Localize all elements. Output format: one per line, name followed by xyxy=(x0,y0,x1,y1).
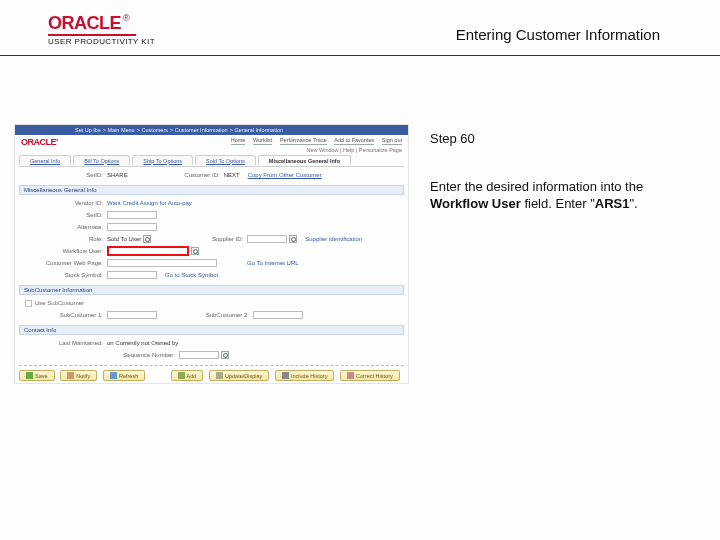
include-history-button[interactable]: Include History xyxy=(275,370,334,381)
registered-mark: ® xyxy=(123,13,130,23)
seq-input[interactable] xyxy=(179,351,219,359)
corrhist-label: Correct History xyxy=(356,373,393,379)
lab-webpage: Customer Web Page: xyxy=(19,260,107,266)
val-lastmaint: on Currently not Owned by xyxy=(107,340,178,346)
lab-custid: Customer ID: xyxy=(136,172,224,178)
lab-lastmaint: Last Maintained: xyxy=(19,340,107,346)
oracle-logo: ORACLE® USER PRODUCTIVITY KIT xyxy=(48,14,155,46)
sub2-input[interactable] xyxy=(253,311,303,319)
tab-misc[interactable]: Miscellaneous General Info xyxy=(258,155,351,165)
tab-billto[interactable]: Bill To Options xyxy=(73,155,130,165)
workflow-user-input[interactable] xyxy=(107,246,189,256)
instr-pre: Enter the desired information into the xyxy=(430,179,643,194)
row-workflow: Workflow User: xyxy=(19,245,404,257)
row-setid2: SetID: xyxy=(19,209,404,221)
webpage-input[interactable] xyxy=(107,259,217,267)
val-custid: NEXT xyxy=(224,172,240,178)
tab-soldto[interactable]: Sold To Options xyxy=(195,155,256,165)
button-divider xyxy=(19,365,404,366)
lab-sub2: SubCustomer 2: xyxy=(165,312,253,318)
oracle-bar xyxy=(48,34,136,36)
inchist-label: Include History xyxy=(291,373,327,379)
lab-vendor: Vendor ID: xyxy=(19,200,107,206)
instruction-column: Step 60 Enter the desired information in… xyxy=(430,130,680,213)
supplier-input[interactable] xyxy=(247,235,287,243)
lab-sequence: Sequence Number: xyxy=(19,352,179,358)
section-subcust: SubCustomer Information xyxy=(19,285,404,295)
supplier-link[interactable]: Supplier identification xyxy=(305,236,362,242)
instr-mid: field. Enter " xyxy=(521,196,595,211)
add-button[interactable]: Add xyxy=(171,370,204,381)
nav-home[interactable]: Home xyxy=(231,137,246,145)
crumb: Customer Information xyxy=(175,127,228,133)
row-vendor: Vendor ID: Want Credit Assign for Auto-p… xyxy=(19,197,404,209)
row-setid: SetID: SHARE Customer ID: NEXT Copy From… xyxy=(19,169,404,181)
crumb: General Information xyxy=(234,127,283,133)
lookup-icon[interactable] xyxy=(191,247,199,255)
nav-worklist[interactable]: Worklist xyxy=(253,137,272,145)
val-vendor: Want Credit Assign for Auto-pay xyxy=(107,200,192,206)
row-usesub: Use SubCustomer xyxy=(19,297,404,309)
tab-underline xyxy=(19,166,404,167)
webpage-link[interactable]: Go To Internet URL xyxy=(247,260,299,266)
nav-fav[interactable]: Add to Favorites xyxy=(334,137,374,145)
tab-strip: General Info Bill To Options Ship To Opt… xyxy=(19,155,353,165)
lab-alt: Alternate: xyxy=(19,224,107,230)
update-button[interactable]: Update/Display xyxy=(209,370,269,381)
embedded-screenshot: Set Up Ibs> Main Menu> Customers> Custom… xyxy=(14,124,409,384)
setid2-input[interactable] xyxy=(107,211,157,219)
lookup-icon[interactable] xyxy=(221,351,229,359)
stock-link[interactable]: Go to Stock Symbol xyxy=(165,272,218,278)
notify-icon xyxy=(67,372,74,379)
lab-supplier: Supplier ID: xyxy=(159,236,247,242)
stock-input[interactable] xyxy=(107,271,157,279)
tab-general[interactable]: General Info xyxy=(19,155,71,165)
nav-perf[interactable]: Performance Trace xyxy=(280,137,327,145)
add-label: Add xyxy=(187,373,197,379)
row-sequence: Sequence Number: xyxy=(19,349,404,361)
breadcrumb: Set Up Ibs> Main Menu> Customers> Custom… xyxy=(75,127,285,133)
correct-icon xyxy=(347,372,354,379)
instr-field: Workflow User xyxy=(430,196,521,211)
instruction-text: Enter the desired information into the W… xyxy=(430,178,680,213)
top-nav: Home Worklist Performance Trace Add to F… xyxy=(225,137,402,143)
refresh-button[interactable]: Refresh xyxy=(103,370,145,381)
lookup-icon[interactable] xyxy=(289,235,297,243)
row-alt: Alternate: xyxy=(19,221,404,233)
lab-setid: SetID: xyxy=(19,172,107,178)
correct-history-button[interactable]: Correct History xyxy=(340,370,400,381)
crumb: Customers xyxy=(141,127,168,133)
oracle-word: ORACLE xyxy=(48,13,121,33)
upk-label: USER PRODUCTIVITY KIT xyxy=(48,38,155,46)
crumb: Set Up Ibs xyxy=(75,127,101,133)
sub1-input[interactable] xyxy=(107,311,157,319)
notify-label: Notify xyxy=(76,373,90,379)
usesub-checkbox[interactable] xyxy=(25,300,32,307)
lab-role: Role: xyxy=(19,236,107,242)
update-label: Update/Display xyxy=(225,373,262,379)
lab-setid2: SetID: xyxy=(19,212,107,218)
row-lastmaint: Last Maintained: on Currently not Owned … xyxy=(19,337,404,349)
inner-oracle-logo: ORACLE' xyxy=(21,137,58,147)
lookup-icon[interactable] xyxy=(143,235,151,243)
nav-signout[interactable]: Sign out xyxy=(382,137,402,145)
add-icon xyxy=(178,372,185,379)
section-contact: Contact Info xyxy=(19,325,404,335)
update-icon xyxy=(216,372,223,379)
val-setid: SHARE xyxy=(107,172,128,178)
row-role: Role: Sold To User Supplier ID: Supplier… xyxy=(19,233,404,245)
notify-button[interactable]: Notify xyxy=(60,370,97,381)
instr-post: ". xyxy=(629,196,637,211)
val-role: Sold To User xyxy=(107,236,141,242)
page-header: ORACLE® USER PRODUCTIVITY KIT Entering C… xyxy=(0,0,720,56)
copy-link[interactable]: Copy From Other Customer xyxy=(248,172,326,178)
history-icon xyxy=(282,372,289,379)
refresh-label: Refresh xyxy=(119,373,138,379)
lab-stock: Stock Symbol: xyxy=(19,272,107,278)
tab-shipto[interactable]: Ship To Options xyxy=(132,155,193,165)
save-button[interactable]: Save xyxy=(19,370,55,381)
alt-input[interactable] xyxy=(107,223,157,231)
save-icon xyxy=(26,372,33,379)
row-stock: Stock Symbol: Go to Stock Symbol xyxy=(19,269,404,281)
row-subs: SubCustomer 1: SubCustomer 2: xyxy=(19,309,404,321)
